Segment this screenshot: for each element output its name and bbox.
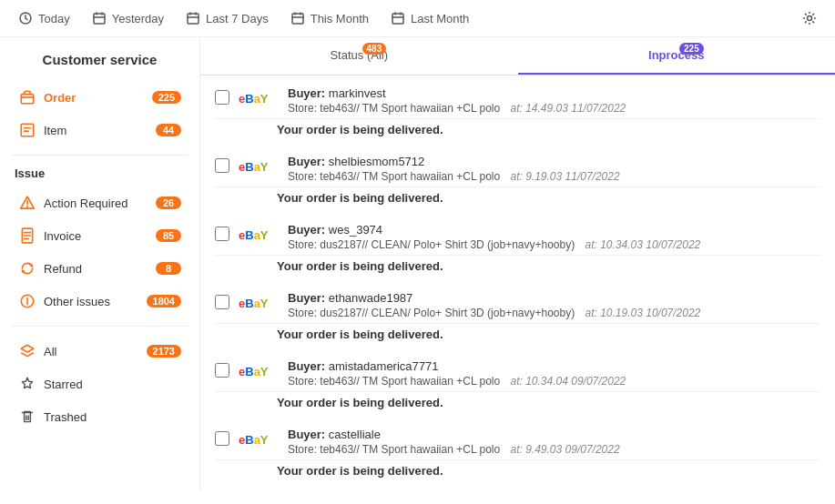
order-checkbox[interactable] bbox=[215, 227, 229, 241]
refund-badge: 8 bbox=[156, 262, 181, 275]
item-icon bbox=[18, 121, 36, 139]
ebay-logo: eBaY bbox=[239, 293, 279, 313]
order-time: at: 9.19.03 11/07/2022 bbox=[510, 170, 619, 183]
store-name: Store: teb463// TM Sport hawaiian +CL po… bbox=[288, 375, 820, 388]
invoice-badge: 85 bbox=[156, 229, 181, 242]
last7days-label: Last 7 Days bbox=[206, 12, 269, 25]
tab-status-all[interactable]: Status (All) 483 bbox=[200, 37, 518, 75]
buyer-name: Buyer: wes_3974 bbox=[288, 223, 820, 237]
sidebar-divider-1 bbox=[11, 155, 188, 156]
refund-icon bbox=[18, 259, 36, 277]
order-badge: 225 bbox=[152, 91, 181, 104]
item-label: Item bbox=[44, 124, 156, 137]
order-checkbox[interactable] bbox=[215, 431, 229, 446]
sidebar-item-trashed[interactable]: Trashed bbox=[11, 401, 188, 432]
order-info: Buyer: castellialeStore: teb463// TM Spo… bbox=[288, 428, 820, 456]
all-label: All bbox=[44, 345, 147, 358]
buyer-name: Buyer: amistadamerica7771 bbox=[288, 359, 820, 373]
today-filter[interactable]: Today bbox=[18, 11, 70, 25]
thismonth-label: This Month bbox=[311, 12, 369, 25]
table-row[interactable]: eBaYBuyer: castellialeStore: teb463// TM… bbox=[215, 417, 820, 460]
last7days-filter[interactable]: Last 7 Days bbox=[186, 11, 269, 25]
thismonth-filter[interactable]: This Month bbox=[290, 11, 369, 25]
tab-bar: Status (All) 483 Inprocess 225 bbox=[200, 37, 835, 76]
sidebar-item-other-issues[interactable]: Other issues 1804 bbox=[11, 286, 188, 317]
tab-inprocess-badge: 225 bbox=[679, 43, 704, 55]
ebay-logo: eBaY bbox=[239, 156, 279, 176]
settings-button[interactable] bbox=[802, 11, 817, 25]
buyer-name: Buyer: ethanwade1987 bbox=[288, 291, 820, 305]
other-issues-badge: 1804 bbox=[147, 295, 181, 307]
order-list: eBaYBuyer: markinvestStore: teb463// TM … bbox=[200, 76, 835, 490]
order-checkbox[interactable] bbox=[215, 363, 229, 378]
order-checkbox[interactable] bbox=[215, 90, 229, 105]
yesterday-filter[interactable]: Yesterday bbox=[92, 11, 164, 25]
svg-point-5 bbox=[808, 16, 812, 21]
action-required-badge: 26 bbox=[156, 197, 181, 209]
table-row[interactable]: eBaYBuyer: shelbiesmom5712Store: teb463/… bbox=[215, 144, 820, 187]
order-status: Your order is being delivered. bbox=[215, 460, 820, 485]
svg-rect-2 bbox=[188, 14, 199, 24]
svg-rect-1 bbox=[94, 14, 105, 24]
ebay-logo: eBaY bbox=[239, 361, 279, 381]
svg-rect-7 bbox=[21, 124, 34, 136]
sidebar-item-order[interactable]: Order 225 bbox=[11, 82, 188, 113]
sidebar-item-all[interactable]: All 2173 bbox=[11, 336, 188, 367]
layers-icon bbox=[18, 342, 36, 360]
other-issues-label: Other issues bbox=[44, 295, 147, 308]
circle-info-icon bbox=[18, 292, 36, 310]
order-info: Buyer: amistadamerica7771Store: teb463//… bbox=[288, 359, 820, 388]
lastmonth-label: Last Month bbox=[411, 12, 469, 25]
store-name: Store: dus2187// CLEAN/ Polo+ Shirt 3D (… bbox=[288, 307, 820, 319]
order-status: Your order is being delivered. bbox=[215, 392, 820, 417]
order-time: at: 10.34.03 10/07/2022 bbox=[586, 238, 701, 251]
order-status: Your order is being delivered. bbox=[215, 119, 820, 144]
tab-status-all-badge: 483 bbox=[362, 43, 387, 55]
svg-rect-4 bbox=[392, 14, 403, 24]
order-status: Your order is being delivered. bbox=[215, 256, 820, 280]
order-label: Order bbox=[44, 91, 152, 105]
issue-section-label: Issue bbox=[15, 166, 188, 180]
trashed-label: Trashed bbox=[44, 410, 181, 424]
buyer-name: Buyer: castelliale bbox=[288, 428, 820, 441]
store-name: Store: teb463// TM Sport hawaiian +CL po… bbox=[288, 170, 820, 183]
order-checkbox[interactable] bbox=[215, 158, 229, 173]
buyer-name: Buyer: markinvest bbox=[288, 86, 820, 100]
buyer-name: Buyer: shelbiesmom5712 bbox=[288, 155, 820, 168]
sidebar: Customer service Order 225 Item 44 Issue… bbox=[0, 37, 200, 490]
order-info: Buyer: shelbiesmom5712Store: teb463// TM… bbox=[288, 155, 820, 183]
table-row[interactable]: eBaYBuyer: amistadamerica7771Store: teb4… bbox=[215, 348, 820, 392]
table-row[interactable]: eBaYBuyer: wes_3974Store: dus2187// CLEA… bbox=[215, 212, 820, 256]
refund-label: Refund bbox=[44, 262, 156, 276]
sidebar-item-starred[interactable]: Starred bbox=[11, 368, 188, 399]
order-info: Buyer: ethanwade1987Store: dus2187// CLE… bbox=[288, 291, 820, 319]
order-checkbox[interactable] bbox=[215, 295, 229, 309]
lastmonth-filter[interactable]: Last Month bbox=[391, 11, 469, 25]
sidebar-title: Customer service bbox=[11, 52, 188, 67]
main-layout: Customer service Order 225 Item 44 Issue… bbox=[0, 37, 835, 490]
all-badge: 2173 bbox=[147, 345, 181, 358]
table-row[interactable]: eBaYBuyer: markinvestStore: teb463// TM … bbox=[215, 76, 820, 119]
warning-icon bbox=[18, 194, 36, 212]
action-required-label: Action Required bbox=[44, 197, 156, 210]
trash-icon bbox=[18, 408, 36, 426]
item-badge: 44 bbox=[156, 124, 181, 136]
order-time: at: 10.19.03 10/07/2022 bbox=[586, 307, 701, 319]
order-info: Buyer: wes_3974Store: dus2187// CLEAN/ P… bbox=[288, 223, 820, 251]
sidebar-divider-2 bbox=[11, 326, 188, 327]
sidebar-item-refund[interactable]: Refund 8 bbox=[11, 253, 188, 284]
star-icon bbox=[18, 375, 36, 393]
order-time: at: 9.49.03 09/07/2022 bbox=[510, 443, 619, 456]
today-label: Today bbox=[38, 12, 70, 25]
store-name: Store: teb463// TM Sport hawaiian +CL po… bbox=[288, 102, 820, 115]
sidebar-item-action-required[interactable]: Action Required 26 bbox=[11, 187, 188, 218]
sidebar-item-invoice[interactable]: Invoice 85 bbox=[11, 220, 188, 251]
order-status: Your order is being delivered. bbox=[215, 187, 820, 212]
svg-rect-3 bbox=[292, 14, 303, 24]
box-icon bbox=[18, 88, 36, 106]
tab-inprocess[interactable]: Inprocess 225 bbox=[518, 37, 836, 75]
invoice-label: Invoice bbox=[44, 229, 156, 243]
order-time: at: 14.49.03 11/07/2022 bbox=[510, 102, 626, 115]
sidebar-item-item[interactable]: Item 44 bbox=[11, 115, 188, 146]
table-row[interactable]: eBaYBuyer: ethanwade1987Store: dus2187//… bbox=[215, 280, 820, 324]
